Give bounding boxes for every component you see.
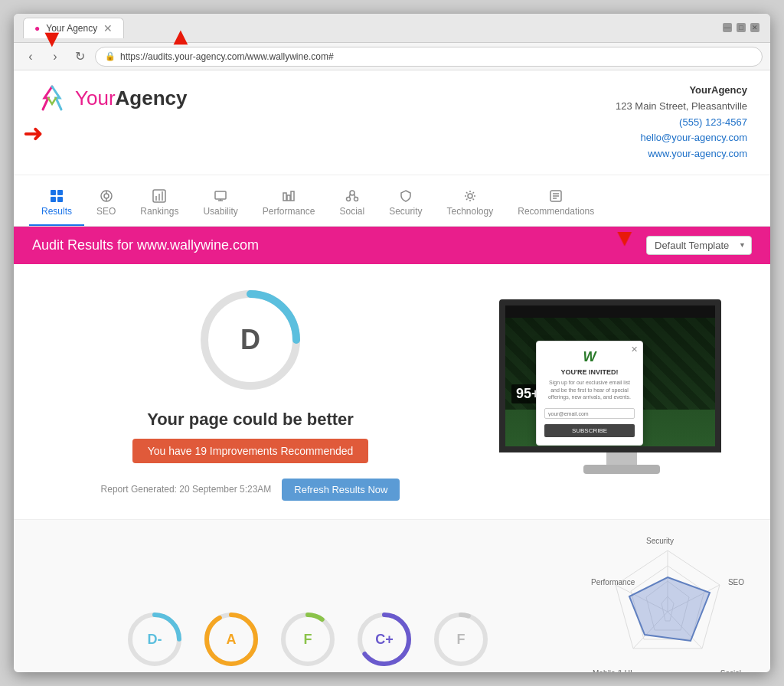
radar-label-security: Security: [646, 537, 674, 545]
score-circle-seo: D-: [124, 609, 185, 670]
svg-rect-16: [287, 195, 290, 201]
score-item-social: C+ Social: [354, 609, 415, 672]
audit-right: The FinestSelection 95+ ✕ W YOU'RE INVIT…: [492, 283, 752, 501]
popup-overlay: ✕ W YOU'RE INVITED! Sign up for our excl…: [536, 341, 643, 446]
page-content: YourAgency YourAgency 123 Main Street, P…: [14, 70, 770, 672]
audit-message: Your page could be better: [147, 410, 354, 430]
svg-rect-15: [283, 193, 286, 201]
radar-label-performance: Performance: [591, 578, 635, 586]
monitor-stand-neck: [606, 452, 637, 465]
score-item-performance: F Performance: [277, 609, 338, 672]
tab-results[interactable]: Results: [29, 183, 84, 226]
tab-recommendations[interactable]: Recommendations: [505, 183, 606, 226]
tab-seo[interactable]: SEO: [84, 183, 128, 226]
audit-left: D Your page could be better You have 19 …: [32, 283, 469, 501]
grade-circle-container: D: [193, 283, 308, 397]
popup-body: Sign up for our exclusive email list and…: [544, 379, 635, 400]
website-preview: The FinestSelection 95+ ✕ W YOU'RE INVIT…: [505, 305, 715, 446]
score-circle-security: F: [430, 609, 492, 670]
report-info: Report Generated: 20 September 5:23AM Re…: [101, 479, 400, 501]
tab-rankings-label: Rankings: [140, 206, 178, 217]
audit-main-section: D Your page could be better You have 19 …: [14, 264, 770, 519]
monitor-screen: The FinestSelection 95+ ✕ W YOU'RE INVIT…: [499, 299, 721, 452]
svg-line-21: [349, 194, 351, 198]
popup-email-input[interactable]: [544, 408, 635, 419]
tab-usability[interactable]: Usability: [191, 183, 250, 226]
tab-close-button[interactable]: ✕: [103, 23, 113, 34]
svg-point-23: [468, 194, 472, 198]
tab-social-label: Social: [339, 206, 364, 217]
score-grade-security: F: [457, 631, 466, 647]
audit-banner: Audit Results for www.wallywine.com Defa…: [14, 227, 770, 264]
tab-security[interactable]: Security: [377, 183, 434, 226]
lock-icon: 🔒: [105, 51, 116, 61]
company-name: YourAgency: [616, 83, 747, 99]
svg-line-22: [354, 194, 355, 198]
tab-results-label: Results: [41, 206, 72, 217]
logo-agency: Agency: [116, 87, 188, 109]
score-circle-performance: F: [277, 609, 338, 670]
monitor-stand-base: [583, 465, 660, 474]
tab-rankings[interactable]: Rankings: [128, 183, 191, 226]
arrow-3: ➜: [23, 119, 44, 148]
radar-label-seo: SEO: [728, 578, 744, 586]
radar-label-mobile: Mobile & UI: [593, 669, 632, 672]
radar-label-social: Social: [720, 669, 741, 672]
report-date: Report Generated: 20 September 5:23AM: [101, 484, 272, 495]
tab-technology-label: Technology: [447, 206, 494, 217]
popup-logo: W: [544, 349, 635, 365]
popup-close-button[interactable]: ✕: [631, 345, 638, 354]
company-email[interactable]: hello@your-agency.com: [616, 130, 747, 146]
radar-svg: [591, 535, 744, 672]
scores-section: D- SEO A Usability: [14, 519, 770, 672]
company-website[interactable]: www.your-agency.com: [616, 146, 747, 162]
svg-rect-2: [51, 197, 56, 202]
company-phone[interactable]: (555) 123-4567: [616, 115, 747, 131]
arrow-4: ▲: [612, 226, 637, 254]
popup-subscribe-button[interactable]: SUBSCRIBE: [544, 424, 635, 437]
svg-point-19: [346, 197, 350, 201]
template-wrapper: Default Template: [646, 236, 752, 255]
preview-header-bar: [505, 305, 715, 318]
score-item-usability: A Usability: [201, 609, 262, 672]
preview-hero: The FinestSelection 95+ ✕ W YOU'RE INVIT…: [505, 318, 715, 410]
arrow-2: ▼: [168, 24, 193, 53]
score-circle-social: C+: [354, 609, 415, 670]
tab-technology[interactable]: Technology: [435, 183, 506, 226]
svg-rect-1: [57, 190, 63, 195]
window-controls: — □ ✕: [723, 23, 760, 32]
tab-performance-label: Performance: [263, 206, 315, 217]
scores-left: D- SEO A Usability: [32, 535, 583, 672]
browser-window: ● Your Agency ✕ — □ ✕ ‹ › ↻ 🔒 https://au…: [14, 14, 770, 672]
close-button[interactable]: ✕: [750, 23, 760, 32]
svg-rect-0: [51, 190, 56, 195]
score-item-seo: D- SEO: [124, 609, 185, 672]
score-grade-performance: F: [304, 631, 312, 647]
tab-seo-label: SEO: [96, 206, 116, 217]
logo-area: YourAgency: [37, 83, 187, 113]
tab-usability-label: Usability: [203, 206, 237, 217]
agency-info: YourAgency 123 Main Street, Pleasantvill…: [616, 83, 747, 162]
browser-tab[interactable]: ● Your Agency ✕: [23, 18, 124, 38]
minimize-button[interactable]: —: [723, 23, 732, 32]
tab-security-label: Security: [389, 206, 422, 217]
svg-point-5: [104, 194, 109, 198]
svg-rect-12: [215, 191, 226, 199]
reload-button[interactable]: ↻: [70, 47, 89, 66]
company-address: 123 Main Street, Pleasantville: [616, 99, 747, 115]
site-header: YourAgency YourAgency 123 Main Street, P…: [14, 70, 770, 175]
maximize-button[interactable]: □: [737, 23, 746, 32]
tab-social[interactable]: Social: [327, 183, 377, 226]
refresh-button[interactable]: Refresh Results Now: [282, 479, 400, 501]
radar-chart: Security SEO Social Mobile & UI Performa…: [591, 535, 744, 672]
address-bar[interactable]: 🔒 https://audits.your-agency.com/www.wal…: [95, 47, 763, 67]
grade-letter: D: [240, 324, 260, 356]
back-button[interactable]: ‹: [21, 47, 40, 66]
svg-point-20: [354, 197, 358, 201]
score-grade-seo: D-: [148, 631, 162, 647]
logo-text: YourAgency: [75, 87, 187, 110]
nav-tabs: Results SEO Rankings Usability Performan…: [14, 175, 770, 227]
template-select[interactable]: Default Template: [646, 236, 752, 255]
tab-performance[interactable]: Performance: [250, 183, 328, 226]
logo-your: Your: [75, 87, 116, 109]
